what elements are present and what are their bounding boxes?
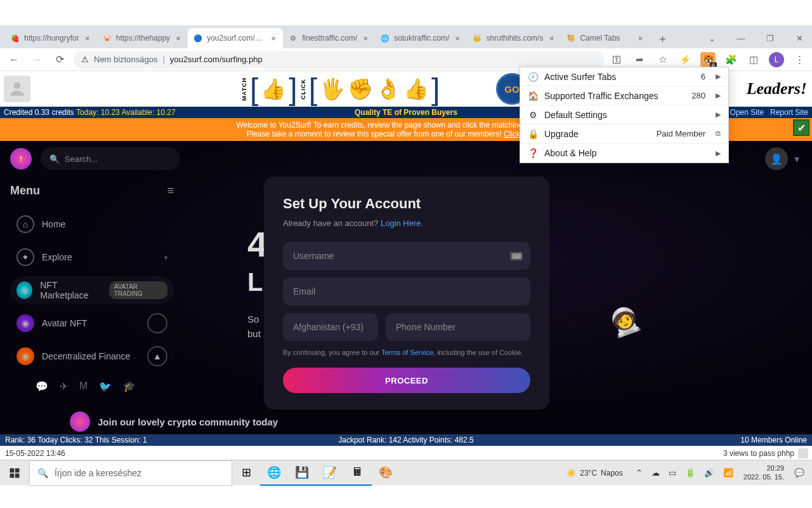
login-link[interactable]: Login Here. (381, 218, 423, 228)
check-button[interactable]: ✔ (793, 119, 809, 136)
thumbs-up-icon[interactable]: 👍 (261, 76, 286, 102)
chrome-icon[interactable]: 🌐 (260, 460, 288, 486)
maximize-button[interactable]: ❐ (761, 29, 779, 47)
browser-tab[interactable]: 🍓https://hungryfor× (5, 28, 97, 48)
meet-icon[interactable]: ▭ (666, 468, 679, 478)
notifications-icon[interactable]: 💬 (792, 468, 807, 478)
task-view-button[interactable]: ⊞ (232, 460, 260, 486)
leaders-link[interactable]: Leaders! (747, 79, 807, 98)
menu-title: Menu (10, 184, 40, 197)
close-icon[interactable]: × (361, 34, 370, 43)
community-icon (70, 411, 90, 432)
new-tab-button[interactable]: + (653, 30, 671, 48)
keyboard-icon[interactable]: ⌨ (510, 252, 523, 260)
reload-button[interactable]: ⟳ (51, 51, 69, 69)
profile-avatar[interactable]: L (769, 52, 784, 67)
tab-strip: 🍓https://hungryfor× 🐷https://thehappy× 🔵… (0, 25, 812, 48)
ring-icon (147, 313, 167, 333)
fist-icon[interactable]: ✊ (348, 76, 373, 102)
sidebar-item-defi[interactable]: ◉Decentralized Finance▲ (10, 342, 174, 370)
medium-icon[interactable]: M (79, 380, 88, 392)
search-input[interactable]: 🔍Search... (41, 147, 180, 170)
tagline: Quality TE of Proven Buyers (355, 108, 457, 117)
collapse-icon[interactable]: ≡ (167, 184, 174, 197)
close-icon[interactable]: × (83, 34, 92, 43)
onedrive-icon[interactable]: ☁ (649, 468, 662, 478)
popup-item-settings[interactable]: ⚙Default Settings▶ (520, 105, 728, 124)
sidebar-item-explore[interactable]: ✦Explore▾ (10, 243, 174, 271)
taskbar-search[interactable]: 🔍Írjon ide a kereséshez (29, 460, 232, 486)
browser-tab[interactable]: 👑shruthihits.com/s× (467, 28, 561, 48)
browser-tab[interactable]: 🐷https://thehappy× (97, 28, 188, 48)
home-icon: ⌂ (16, 215, 34, 233)
report-site-link[interactable]: Report Site (770, 108, 808, 117)
wifi-icon[interactable]: 📶 (721, 468, 736, 478)
clock[interactable]: 20:292022. 05. 15. (740, 464, 788, 481)
hand-icon[interactable]: 🖐 (320, 76, 345, 102)
tab-title: https://thehappy (116, 34, 170, 43)
save-icon[interactable]: 💾 (288, 460, 316, 486)
country-select[interactable]: Afghanistan (+93) (283, 313, 378, 341)
browser-tab-active[interactable]: 🔵you2surf.com/sur× (188, 28, 283, 48)
browser-tab[interactable]: 🐫Camel Tabs× (561, 28, 650, 48)
twitter-icon[interactable]: 🐦 (99, 380, 112, 392)
chevron-up-icon[interactable]: ⌃ (633, 468, 645, 478)
logo-icon[interactable]: ↑ (10, 148, 32, 170)
battery-icon[interactable]: 🔋 (683, 468, 698, 478)
close-icon[interactable]: × (547, 34, 556, 43)
close-window-button[interactable]: ✕ (790, 29, 808, 47)
forward-button[interactable]: → (28, 51, 46, 69)
sidebar-item-nft[interactable]: ◉NFT MarketplaceAVATAR TRADING (10, 276, 174, 304)
copy-icon[interactable]: ⧉ (716, 130, 721, 138)
close-icon[interactable]: × (453, 34, 462, 43)
user-menu[interactable]: 👤 (765, 147, 788, 170)
close-icon[interactable]: × (174, 34, 183, 43)
sidebar-item-avatar[interactable]: ◉Avatar NFT (10, 309, 174, 337)
popup-item-active-tabs[interactable]: 🕘Active Surfer Tabs6▶ (520, 67, 728, 86)
username-input[interactable]: Username⌨ (283, 242, 530, 270)
thumbs-up-icon[interactable]: 👍 (403, 76, 429, 102)
taskbar: 🔍Írjon ide a kereséshez ⊞ 🌐 💾 📝 🖩 🎨 ☀️23… (0, 460, 812, 485)
sublime-icon[interactable]: 📝 (316, 460, 344, 486)
chevron-down-icon[interactable]: ▾ (794, 153, 799, 165)
phone-input[interactable]: Phone Number (386, 313, 530, 341)
browser-tab[interactable]: 🌐sotuktraffic.com/× (375, 28, 467, 48)
url-input[interactable]: ⚠ Nem biztonságos | you2surf.com/surfing… (74, 51, 604, 69)
close-icon[interactable]: × (636, 34, 645, 43)
star-icon[interactable]: ☆ (655, 52, 670, 67)
browser-tab[interactable]: ⚙finesttraffic.com/× (283, 28, 375, 48)
email-input[interactable]: Email (283, 277, 530, 305)
popup-item-exchanges[interactable]: 🏠Supported Traffic Exchanges280▶ (520, 86, 728, 105)
menu-icon[interactable]: ⋮ (792, 52, 807, 67)
dropdown-icon[interactable]: ⌄ (703, 29, 721, 47)
minimize-button[interactable]: — (732, 29, 750, 47)
popup-item-about[interactable]: ❓About & Help▶ (520, 144, 728, 163)
open-site-link[interactable]: Open Site (730, 108, 764, 117)
weather-widget[interactable]: ☀️23°CNapos (566, 469, 623, 478)
close-icon[interactable]: × (269, 34, 278, 43)
favicon-icon: 🌐 (380, 33, 390, 43)
avatar-icon: ◉ (16, 314, 34, 332)
extensions-icon[interactable]: 🧩 (723, 52, 738, 67)
search-icon: 🔍 (37, 468, 48, 478)
bolt-icon[interactable]: ⚡ (678, 52, 693, 67)
telegram-icon[interactable]: ✈ (60, 380, 68, 392)
terms-link[interactable]: Terms of Service (381, 349, 433, 356)
sidepanel-icon[interactable]: ◫ (746, 52, 761, 67)
ok-icon[interactable]: 👌 (376, 76, 401, 102)
extension-button[interactable]: 🐯6 (700, 52, 716, 67)
calculator-icon[interactable]: 🖩 (344, 460, 372, 486)
paint-icon[interactable]: 🎨 (372, 460, 400, 486)
back-button[interactable]: ← (5, 51, 23, 69)
discord-icon[interactable]: 💬 (36, 380, 48, 392)
sidebar-item-home[interactable]: ⌂Home (10, 210, 174, 238)
proceed-button[interactable]: PROCEED (283, 368, 530, 393)
share-icon[interactable]: ➦ (632, 52, 647, 67)
key-icon[interactable]: ⚿ (609, 52, 624, 67)
popup-item-upgrade[interactable]: 🔒UpgradePaid Member⧉ (520, 124, 728, 144)
start-button[interactable] (0, 460, 29, 486)
favicon-icon: 🔵 (193, 33, 203, 43)
grad-icon[interactable]: 🎓 (123, 380, 136, 392)
volume-icon[interactable]: 🔊 (702, 468, 717, 478)
community-banner[interactable]: Join our lovely crypto community today (70, 411, 278, 432)
